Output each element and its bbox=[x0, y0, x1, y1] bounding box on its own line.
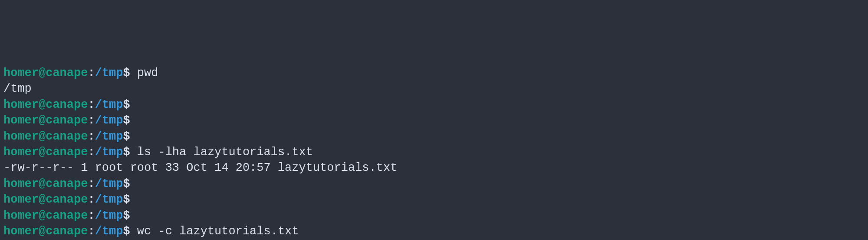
prompt-user-host: homer@canape bbox=[3, 225, 88, 238]
prompt-user-host: homer@canape bbox=[3, 67, 88, 80]
prompt-path: /tmp bbox=[95, 130, 123, 143]
prompt-user-host: homer@canape bbox=[3, 146, 88, 159]
terminal-line: homer@canape:/tmp$ bbox=[3, 176, 865, 192]
prompt-colon: : bbox=[88, 193, 95, 206]
terminal-line: -rw-r--r-- 1 root root 33 Oct 14 20:57 l… bbox=[3, 160, 865, 176]
prompt-colon: : bbox=[88, 209, 95, 222]
prompt-path: /tmp bbox=[95, 114, 123, 127]
prompt-sigil: $ bbox=[123, 177, 130, 190]
prompt-path: /tmp bbox=[95, 146, 123, 159]
command-text: wc -c lazytutorials.txt bbox=[130, 225, 299, 238]
terminal-line: /tmp bbox=[3, 81, 865, 97]
prompt-colon: : bbox=[88, 130, 95, 143]
terminal-line: homer@canape:/tmp$ bbox=[3, 208, 865, 223]
prompt-path: /tmp bbox=[95, 193, 123, 206]
prompt-user-host: homer@canape bbox=[3, 193, 88, 206]
prompt-path: /tmp bbox=[95, 67, 123, 80]
command-text: ls -lha lazytutorials.txt bbox=[130, 146, 313, 159]
prompt-path: /tmp bbox=[95, 177, 123, 190]
terminal-window[interactable]: homer@canape:/tmp$ pwd/tmphomer@canape:/… bbox=[3, 65, 865, 240]
prompt-colon: : bbox=[88, 177, 95, 190]
terminal-line: homer@canape:/tmp$ wc -c lazytutorials.t… bbox=[3, 223, 865, 239]
prompt-path: /tmp bbox=[95, 98, 123, 111]
prompt-sigil: $ bbox=[123, 193, 130, 206]
terminal-line: homer@canape:/tmp$ bbox=[3, 192, 865, 207]
prompt-colon: : bbox=[88, 67, 95, 80]
command-text: pwd bbox=[130, 67, 158, 80]
output-text: -rw-r--r-- 1 root root 33 Oct 14 20:57 l… bbox=[3, 161, 397, 174]
prompt-sigil: $ bbox=[123, 209, 130, 222]
prompt-user-host: homer@canape bbox=[3, 177, 88, 190]
prompt-colon: : bbox=[88, 98, 95, 111]
prompt-user-host: homer@canape bbox=[3, 209, 88, 222]
prompt-sigil: $ bbox=[123, 114, 130, 127]
prompt-colon: : bbox=[88, 114, 95, 127]
output-text: /tmp bbox=[3, 82, 32, 95]
prompt-user-host: homer@canape bbox=[3, 98, 88, 111]
prompt-path: /tmp bbox=[95, 225, 123, 238]
prompt-sigil: $ bbox=[123, 225, 130, 238]
prompt-colon: : bbox=[88, 146, 95, 159]
prompt-sigil: $ bbox=[123, 98, 130, 111]
terminal-line: homer@canape:/tmp$ bbox=[3, 97, 865, 113]
prompt-colon: : bbox=[88, 225, 95, 238]
prompt-sigil: $ bbox=[123, 67, 130, 80]
prompt-sigil: $ bbox=[123, 130, 130, 143]
terminal-line: homer@canape:/tmp$ pwd bbox=[3, 65, 865, 81]
prompt-sigil: $ bbox=[123, 146, 130, 159]
prompt-user-host: homer@canape bbox=[3, 130, 88, 143]
terminal-line: homer@canape:/tmp$ ls -lha lazytutorials… bbox=[3, 144, 865, 160]
terminal-line: homer@canape:/tmp$ bbox=[3, 113, 865, 128]
prompt-path: /tmp bbox=[95, 209, 123, 222]
prompt-user-host: homer@canape bbox=[3, 114, 88, 127]
terminal-line: homer@canape:/tmp$ bbox=[3, 129, 865, 144]
